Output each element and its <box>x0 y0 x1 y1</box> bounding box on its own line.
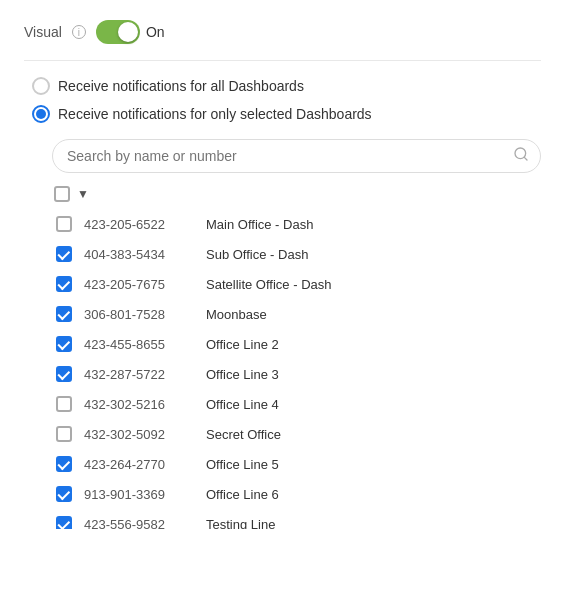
list-item-name: Office Line 6 <box>206 487 279 502</box>
list-item-name: Office Line 2 <box>206 337 279 352</box>
toggle-on-label: On <box>146 24 165 40</box>
list-item-checkbox[interactable] <box>56 306 72 322</box>
toggle-wrap: On <box>96 20 165 44</box>
list-item-name: Sub Office - Dash <box>206 247 308 262</box>
radio-all-circle <box>32 77 50 95</box>
list-item-name: Secret Office <box>206 427 281 442</box>
list-item-number: 423-264-2770 <box>84 457 194 472</box>
list-item-checkbox[interactable] <box>56 366 72 382</box>
info-icon[interactable]: i <box>72 25 86 39</box>
visual-row: Visual i On <box>24 20 541 61</box>
radio-selected-circle <box>32 105 50 123</box>
list-item-number: 913-901-3369 <box>84 487 194 502</box>
list-item: 306-801-7528Moonbase <box>52 299 541 329</box>
radio-selected-inner <box>36 109 46 119</box>
visual-label: Visual <box>24 24 62 40</box>
radio-option-selected[interactable]: Receive notifications for only selected … <box>32 105 541 123</box>
list-item: 423-205-7675Satellite Office - Dash <box>52 269 541 299</box>
toggle-knob <box>118 22 138 42</box>
list-item-number: 423-205-6522 <box>84 217 194 232</box>
list-item: 404-383-5434Sub Office - Dash <box>52 239 541 269</box>
list-item-name: Office Line 4 <box>206 397 279 412</box>
list-item-number: 432-302-5092 <box>84 427 194 442</box>
list-item-number: 423-455-8655 <box>84 337 194 352</box>
search-wrap <box>52 139 541 173</box>
checkbox-all[interactable] <box>54 186 70 202</box>
list-item-name: Testing Line <box>206 517 275 530</box>
list-item-checkbox[interactable] <box>56 276 72 292</box>
list-item: 432-302-5092Secret Office <box>52 419 541 449</box>
list-item: 423-264-2770Office Line 5 <box>52 449 541 479</box>
list-item: 423-455-8655Office Line 2 <box>52 329 541 359</box>
list-item-checkbox[interactable] <box>56 516 72 529</box>
list-item-checkbox[interactable] <box>56 336 72 352</box>
list-item-number: 423-205-7675 <box>84 277 194 292</box>
list-item-name: Main Office - Dash <box>206 217 313 232</box>
list-item-name: Office Line 5 <box>206 457 279 472</box>
radio-all-label: Receive notifications for all Dashboards <box>58 78 304 94</box>
list-item: 913-901-3369Office Line 6 <box>52 479 541 509</box>
dropdown-arrow[interactable]: ▼ <box>74 185 92 203</box>
list-item-number: 432-302-5216 <box>84 397 194 412</box>
list-item-number: 423-556-9582 <box>84 517 194 530</box>
list-item-number: 306-801-7528 <box>84 307 194 322</box>
radio-section: Receive notifications for all Dashboards… <box>24 77 541 123</box>
list-item: 423-556-9582Testing Line <box>52 509 541 529</box>
list-section: ▼ 423-205-6522Main Office - Dash404-383-… <box>52 185 541 529</box>
list-item-name: Office Line 3 <box>206 367 279 382</box>
list-item-number: 432-287-5722 <box>84 367 194 382</box>
dashboard-list: 423-205-6522Main Office - Dash404-383-54… <box>52 209 541 529</box>
list-item-checkbox[interactable] <box>56 456 72 472</box>
checkbox-all-row: ▼ <box>52 185 541 203</box>
list-item: 432-302-5216Office Line 4 <box>52 389 541 419</box>
list-item-checkbox[interactable] <box>56 216 72 232</box>
radio-selected-label: Receive notifications for only selected … <box>58 106 372 122</box>
list-item-checkbox[interactable] <box>56 396 72 412</box>
svg-line-1 <box>524 157 527 160</box>
radio-option-all[interactable]: Receive notifications for all Dashboards <box>32 77 541 95</box>
list-item-number: 404-383-5434 <box>84 247 194 262</box>
list-item-checkbox[interactable] <box>56 486 72 502</box>
list-item-name: Moonbase <box>206 307 267 322</box>
search-input[interactable] <box>52 139 541 173</box>
list-item-name: Satellite Office - Dash <box>206 277 331 292</box>
list-item: 423-205-6522Main Office - Dash <box>52 209 541 239</box>
list-item-checkbox[interactable] <box>56 246 72 262</box>
list-item-checkbox[interactable] <box>56 426 72 442</box>
visual-toggle[interactable] <box>96 20 140 44</box>
list-item: 432-287-5722Office Line 3 <box>52 359 541 389</box>
search-icon <box>513 146 529 166</box>
